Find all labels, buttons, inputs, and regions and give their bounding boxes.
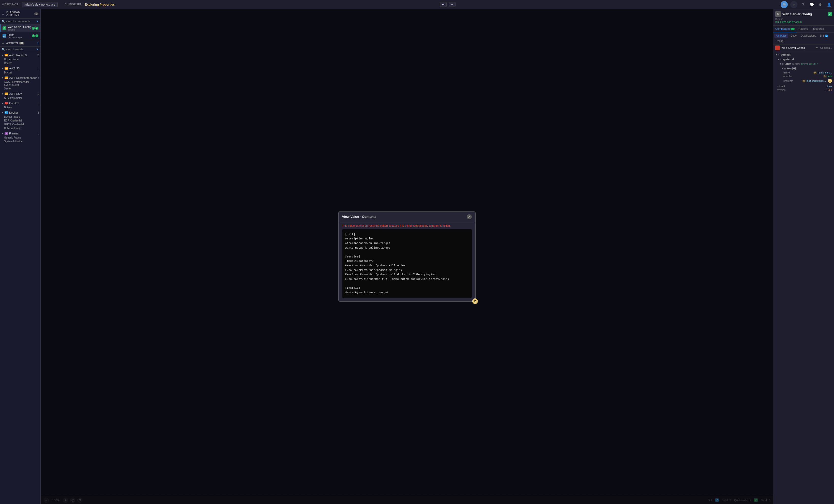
rph-status: ✓ <box>828 12 832 16</box>
diagram-view-button[interactable]: ⊞ <box>781 1 788 8</box>
attr-value-variant: fcos <box>827 85 832 88</box>
modal-badge: 2 <box>472 299 478 304</box>
asset-group-header-s3[interactable]: ▼ aws AWS S3 1 <box>0 66 40 71</box>
discord-icon[interactable]: 💬 <box>809 2 815 8</box>
assets-scroll: ▼ aws AWS Route53 2 Hosted Zone Record ▼… <box>0 52 40 504</box>
top-bar: WORKSPACE: adam's dev workspace CHANGE S… <box>0 0 834 9</box>
component-info-web-server-config: Web Server Config Butane <box>8 25 32 31</box>
undo-button[interactable]: ↩ <box>440 2 446 7</box>
attr-systemd-header[interactable]: ▼ ≡ systemd <box>776 57 833 62</box>
asset-item-ecr-credential[interactable]: ECR Credential <box>0 119 40 123</box>
attr-row-contents: contents fx [unit] DescriptionN... After… <box>781 78 833 83</box>
asset-item-ghcr-credential[interactable]: GHCR Credential <box>0 123 40 126</box>
workspace-name: adam's dev workspace <box>22 2 58 7</box>
modal-warning: This value cannot currently be edited be… <box>338 222 475 229</box>
component-badges-web-server-config: ✓ ✓ <box>32 27 38 30</box>
chevron-domain: ▼ <box>775 53 777 56</box>
assets-title: ASSETS <box>6 42 18 45</box>
component-selector[interactable]: Web Server Config ▼ Compon... <box>773 44 834 51</box>
redo-button[interactable]: ↪ <box>448 2 456 7</box>
component-icon-nginx: 🐋 <box>3 34 6 38</box>
search-assets-input[interactable] <box>6 48 36 51</box>
search-components-input[interactable] <box>6 20 36 23</box>
rph-top: ⚙ Web Server Config ✓ <box>775 11 832 17</box>
asset-item-docker-image[interactable]: Docker Image <box>0 115 40 119</box>
asset-item-bucket[interactable]: Bucket <box>0 71 40 74</box>
tab-component[interactable]: Component ✓ <box>773 26 797 32</box>
aws-logo-ssm: aws <box>5 92 8 95</box>
asset-group-name-frames: Frames <box>9 132 38 135</box>
comp-selector-name: Web Server Config <box>782 46 816 49</box>
asset-group-header-frames[interactable]: ▼ F Frames 1 <box>0 131 40 136</box>
component-icon-web-server-config: ⚙ <box>3 26 6 30</box>
asset-group-count-s3: 1 <box>37 67 39 70</box>
help-icon[interactable]: ? <box>800 2 806 8</box>
asset-item-butane[interactable]: Butane <box>0 106 40 109</box>
assets-info-icon[interactable]: ℹ <box>37 41 38 45</box>
top-center-actions: ↩ ↪ <box>118 2 777 7</box>
subtab-code[interactable]: Code <box>789 34 798 38</box>
units-count: (1 item) <box>792 63 800 65</box>
chevron-ssm: ▼ <box>2 93 4 95</box>
attr-key-enabled: enabled <box>784 75 823 78</box>
assets-count: 81 <box>19 42 24 44</box>
asset-group-name-s3: AWS S3 <box>9 67 38 70</box>
chevron-s3: ▼ <box>2 67 4 70</box>
asset-group-frames: ▼ F Frames 1 Generic Frame System Initia… <box>0 131 40 144</box>
modal-close-button[interactable]: ✕ <box>467 214 472 219</box>
attr-systemd-title: systemd <box>783 58 794 61</box>
asset-group-ssm: ▼ aws AWS SSM 1 SSM Parameter <box>0 91 40 101</box>
user-avatar[interactable]: 👤 <box>826 2 832 8</box>
asset-group-s3: ▼ aws AWS S3 1 Bucket <box>0 66 40 75</box>
list-view-button[interactable]: ≡ <box>790 1 797 8</box>
chevron-coreos: ▼ <box>2 102 4 105</box>
asset-group-header-secrets[interactable]: ▼ aws AWS SecretsManager 2 <box>0 75 40 80</box>
filter-icon[interactable]: ▼ <box>36 20 39 23</box>
search-assets-bar: 🔍 ▼ <box>0 46 40 52</box>
settings-icon[interactable]: ⚙ <box>817 2 823 8</box>
asset-group-name-coreos: CoreOS <box>9 102 38 105</box>
subtab-attributes[interactable]: Attributes <box>774 34 788 38</box>
attr-domain-header[interactable]: ▼ ≡ domain <box>774 52 833 57</box>
attr-row-enabled: enabled fx true <box>781 74 833 78</box>
asset-group-coreos: ▼ C CoreOS 1 Butane <box>0 101 40 110</box>
diagram-outline-header: ☰ DIAGRAM OUTLINE 2 <box>0 9 40 19</box>
attr-unit0-title: unit[0] <box>787 67 796 70</box>
attr-unit0-header[interactable]: ▼ ⊞ unit[0] <box>781 66 833 71</box>
chevron-units: ▼ <box>780 63 782 65</box>
attr-domain-title: domain <box>781 53 791 56</box>
asset-item-secrets-string[interactable]: AWS SecretsManager Secret String <box>0 80 40 87</box>
attr-units-header[interactable]: ▼ [] units (1 item) set: via socket ✓ <box>778 62 833 66</box>
asset-group-count-frames: 1 <box>37 132 39 135</box>
attr-key-variant: variant <box>777 85 826 88</box>
asset-group-route53: ▼ aws AWS Route53 2 Hosted Zone Record <box>0 52 40 66</box>
frames-logo: F <box>5 132 8 135</box>
asset-item-secret[interactable]: Secret <box>0 87 40 90</box>
tab-resource[interactable]: Resource <box>810 26 826 32</box>
asset-item-hub-credential[interactable]: Hub Credential <box>0 126 40 130</box>
subtab-qualifications[interactable]: Qualifications <box>799 34 817 38</box>
tab-actions[interactable]: Actions <box>797 26 810 32</box>
subtab-diff[interactable]: Diff 1 <box>818 34 829 38</box>
asset-item-ssm-param[interactable]: SSM Parameter <box>0 96 40 100</box>
asset-item-generic-frame[interactable]: Generic Frame <box>0 136 40 139</box>
diff-count-badge: 1 <box>825 35 828 37</box>
asset-group-header-docker[interactable]: ▼ 🐋 Docker 4 <box>0 110 40 115</box>
asset-group-header-route53[interactable]: ▼ aws AWS Route53 2 <box>0 53 40 58</box>
component-item-nginx[interactable]: 🐋 nginx Docker Image ✓ ✓ <box>0 32 40 40</box>
subtab-debug[interactable]: Debug <box>774 39 785 43</box>
component-item-web-server-config[interactable]: ⚙ Web Server Config Butane ✓ ✓ <box>0 24 40 32</box>
assets-icon: ◈ <box>2 42 4 44</box>
comp-color-box <box>775 45 780 50</box>
asset-item-record[interactable]: Record <box>0 61 40 65</box>
asset-item-system-initiative[interactable]: System Initiative <box>0 139 40 143</box>
attr-key-contents: contents <box>784 80 802 82</box>
attr-row-variant: variant I fcos <box>774 84 833 88</box>
assets-filter-icon[interactable]: ▼ <box>36 47 39 51</box>
domain-array-icon: ≡ <box>778 53 780 56</box>
chevron-frames: ▼ <box>2 132 4 135</box>
center-canvas[interactable]: View Value - Contents ✕ This value canno… <box>41 9 773 504</box>
asset-group-header-ssm[interactable]: ▼ aws AWS SSM 1 <box>0 91 40 96</box>
asset-group-header-coreos[interactable]: ▼ C CoreOS 1 <box>0 101 40 106</box>
asset-item-hosted-zone[interactable]: Hosted Zone <box>0 58 40 61</box>
